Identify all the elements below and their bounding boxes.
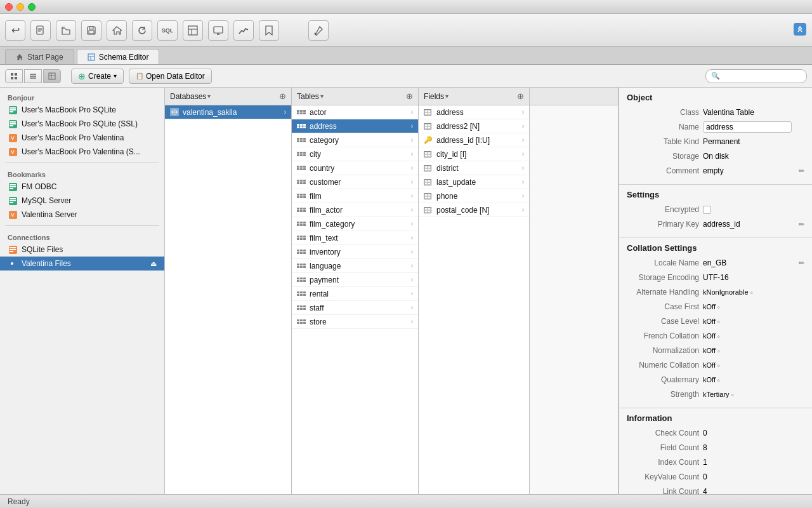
close-button[interactable]	[5, 3, 13, 11]
table-item-address[interactable]: address ›	[292, 119, 418, 133]
field-item-address-id[interactable]: 🔑 address_id [I:U] ›	[419, 133, 529, 147]
tab-start-page[interactable]: Start Page	[5, 49, 74, 64]
table-item-film-actor[interactable]: film_actor ›	[292, 203, 418, 217]
tab-start-label: Start Page	[27, 53, 63, 62]
display-button[interactable]	[208, 20, 228, 41]
rp-label-case-level: Case Level	[627, 317, 703, 326]
rp-locale-edit-icon[interactable]: ✏	[799, 259, 804, 267]
view-list-button[interactable]	[24, 69, 42, 83]
table-item-payment[interactable]: payment ›	[292, 273, 418, 287]
maximize-button[interactable]	[28, 3, 36, 11]
case-first-dropdown-icon[interactable]: ⬦	[717, 304, 720, 310]
minimize-button[interactable]	[16, 3, 24, 11]
rp-value-quaternary: kOff ⬦	[703, 376, 804, 384]
table-item-rental[interactable]: rental ›	[292, 287, 418, 301]
rp-comment-edit-icon[interactable]: ✏	[799, 167, 804, 175]
db-item-valentina-sakila[interactable]: valentina_sakila ›	[165, 105, 291, 119]
bookmark-button[interactable]	[259, 20, 279, 41]
rp-row-case-first: Case First kOff ⬦	[627, 300, 804, 313]
table-film-chevron: ›	[411, 192, 413, 199]
numeric-collation-dropdown-icon[interactable]: ⬦	[717, 362, 720, 368]
sqlite-icon	[8, 105, 18, 115]
open-button[interactable]	[56, 20, 76, 41]
rp-value-case-first: kOff ⬦	[703, 303, 804, 311]
sidebar-item-valentina-files[interactable]: Valentina Files ⏏	[0, 257, 164, 271]
create-dropdown-icon: ▾	[114, 72, 117, 79]
table-category-label: category	[310, 136, 339, 145]
strength-dropdown-icon[interactable]: ⬦	[731, 391, 734, 398]
sidebar-item-valentina1[interactable]: V User's MacBook Pro Valentina	[0, 131, 164, 145]
new-doc-button[interactable]	[30, 20, 51, 41]
table-film-category-chevron: ›	[411, 220, 413, 227]
field-item-address2[interactable]: address2 [N] ›	[419, 119, 529, 133]
refresh-button[interactable]	[132, 20, 152, 41]
table-item-actor[interactable]: actor ›	[292, 105, 418, 119]
table-item-language[interactable]: language ›	[292, 259, 418, 273]
fields-col-dropdown[interactable]: Fields ▾	[424, 92, 449, 101]
field-item-postal-code[interactable]: postal_code [N] ›	[419, 203, 529, 217]
back-button[interactable]: ↩	[5, 20, 25, 41]
field-item-city-id[interactable]: city_id [I] ›	[419, 147, 529, 161]
tab-schema-editor[interactable]: Schema Editor	[77, 49, 160, 64]
sidebar-item-sqlite-files[interactable]: SQLite Files	[0, 243, 164, 257]
rp-encrypted-checkbox[interactable]	[703, 206, 711, 214]
sidebar-item-sqlite1[interactable]: User's MacBook Pro SQLite	[0, 103, 164, 117]
home-icon	[16, 53, 23, 61]
table-item-category[interactable]: category ›	[292, 133, 418, 147]
divider-2	[5, 225, 159, 226]
field-item-address[interactable]: address ›	[419, 105, 529, 119]
sidebar-item-sqlite-ssl[interactable]: User's MacBook Pro SQLite (SSL)	[0, 117, 164, 131]
save-button[interactable]	[81, 20, 102, 41]
db-col-expand-icon[interactable]: ⊕	[279, 91, 286, 101]
quaternary-dropdown-icon[interactable]: ⬦	[717, 377, 720, 383]
field-item-last-update[interactable]: last_update ›	[419, 175, 529, 189]
table-staff-chevron: ›	[411, 304, 413, 311]
db-valentina-icon	[170, 109, 179, 116]
create-button[interactable]: ⊕ Create ▾	[71, 69, 124, 84]
tables-col-dropdown[interactable]: Tables ▾	[297, 92, 324, 101]
sql-button[interactable]: SQL	[157, 20, 178, 41]
field-item-district[interactable]: district ›	[419, 161, 529, 175]
sidebar-item-sqlite1-label: User's MacBook Pro SQLite	[22, 105, 116, 114]
view-grid-large-button[interactable]	[43, 69, 61, 83]
tables-col-expand-icon[interactable]: ⊕	[406, 91, 413, 101]
table-item-customer[interactable]: customer ›	[292, 175, 418, 189]
table-item-film-category[interactable]: film_category ›	[292, 217, 418, 231]
sidebar-item-valentina-s[interactable]: V User's MacBook Pro Valentina (S...	[0, 145, 164, 159]
fields-col-expand-icon[interactable]: ⊕	[517, 91, 524, 101]
rp-value-encoding: UTF-16	[703, 273, 804, 282]
table-item-film-text[interactable]: film_text ›	[292, 231, 418, 245]
chart-button[interactable]	[233, 20, 254, 41]
svg-rect-37	[10, 198, 16, 199]
table-item-city[interactable]: city ›	[292, 147, 418, 161]
schema-button[interactable]	[183, 20, 203, 41]
home-button[interactable]	[107, 20, 127, 41]
sidebar-item-valentina-srv[interactable]: V Valentina Server	[0, 208, 164, 222]
table-item-inventory[interactable]: inventory ›	[292, 245, 418, 259]
bonjour-section: Bonjour User's MacBook Pro SQLite User's…	[0, 88, 164, 161]
table-film-text-chevron: ›	[411, 234, 413, 241]
dropper-button[interactable]	[308, 20, 329, 41]
search-input[interactable]	[723, 72, 801, 81]
sidebar-item-mysql[interactable]: MySQL Server	[0, 194, 164, 208]
case-level-dropdown-icon[interactable]: ⬦	[717, 318, 720, 324]
rp-input-name[interactable]	[703, 121, 792, 133]
table-item-film[interactable]: film ›	[292, 189, 418, 203]
connections-header: Connections	[0, 230, 164, 243]
rp-primary-key-edit-icon[interactable]: ✏	[799, 220, 804, 229]
open-data-editor-button[interactable]: 📋 Open Data Editor	[129, 69, 212, 84]
alt-handling-dropdown-icon[interactable]: ⬦	[750, 289, 753, 295]
sidebar-item-fm-odbc[interactable]: FM ODBC	[0, 180, 164, 194]
db-col-dropdown[interactable]: Databases ▾	[170, 92, 211, 101]
view-grid-small-button[interactable]	[5, 69, 23, 83]
normalization-dropdown-icon[interactable]: ⬦	[717, 347, 720, 354]
rp-label-strength: Strength	[627, 390, 703, 399]
search-box[interactable]: 🔍	[705, 69, 807, 83]
rp-row-case-level: Case Level kOff ⬦	[627, 315, 804, 328]
table-icon	[297, 109, 306, 116]
table-item-store[interactable]: store ›	[292, 315, 418, 329]
table-item-staff[interactable]: staff ›	[292, 301, 418, 315]
table-item-country[interactable]: country ›	[292, 161, 418, 175]
french-collation-dropdown-icon[interactable]: ⬦	[717, 333, 720, 339]
field-item-phone[interactable]: phone ›	[419, 189, 529, 203]
